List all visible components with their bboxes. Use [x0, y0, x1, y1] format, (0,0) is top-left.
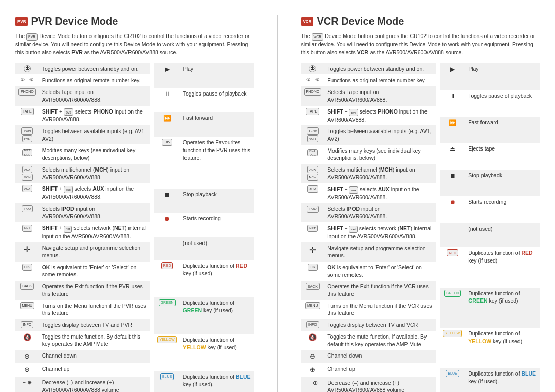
stop-icon: ⏹	[164, 191, 170, 198]
table-row: ⏺ Starts recording	[440, 196, 540, 223]
num-icon: ①…⑨	[21, 77, 33, 82]
tvw-icon: TV/W	[21, 127, 33, 135]
pvr-section-header: PVR PVR Device Mode	[15, 15, 254, 27]
vcr-section-header: VCR VCR Device Mode	[301, 15, 540, 27]
num-icon: ①…⑨	[306, 77, 319, 82]
power-icon: ⏻	[309, 65, 316, 72]
mute-icon: 🔇	[308, 333, 317, 341]
vcr-badge: VCR	[301, 17, 314, 26]
back-icon: BACK	[20, 283, 34, 290]
table-row: ①…⑨ Functions as original remote number …	[301, 74, 436, 86]
vol-icon: − ⊕	[23, 379, 32, 385]
table-row: ✛ Navigate setup and programme selection…	[15, 242, 150, 261]
table-row: ⏻ Toggles power between standby and on.	[15, 63, 150, 75]
table-row: ⊕ Channel up	[15, 363, 150, 377]
table-row: ⊕ Channel up	[301, 363, 436, 377]
table-row: IPOD Selects IPOD input on AVR500/AVR600…	[15, 203, 150, 222]
table-row: YELLOW Duplicates function of YELLOW key…	[154, 334, 254, 371]
table-row: ⏸ Toggles pause of playback	[440, 90, 540, 117]
red-icon: RED	[161, 262, 173, 269]
table-row: ⏏ Ejects tape	[440, 143, 540, 170]
table-row: OK OK is equivalent to 'Enter' or 'Selec…	[301, 262, 436, 281]
table-row: YELLOW Duplicates function of YELLOW key…	[440, 328, 540, 368]
table-row: − ⊕ Decrease (–) and increase (+) AVR500…	[15, 377, 150, 392]
table-row: ▶ Play	[440, 63, 540, 90]
pvr-left-table: ⏻ Toggles power between standby and on. …	[15, 63, 150, 392]
menu-icon: MENU	[20, 302, 35, 309]
table-row: MENU Turns on the Menu function if the P…	[15, 300, 150, 319]
info-icon: INFO	[306, 321, 319, 328]
pvr-column: PVR PVR Device Mode The PVR Device Mode …	[15, 15, 254, 392]
aux2-icon: AUX	[22, 185, 32, 192]
table-row: AUX SHIFT + aux selects AUX input on the…	[15, 183, 150, 203]
aux-icon: AUX	[22, 166, 32, 173]
mute-icon: 🔇	[23, 333, 31, 341]
vcr-column: VCR VCR Device Mode The VCR Device Mode …	[301, 15, 540, 392]
table-row: (not used)	[154, 237, 254, 260]
blue-icon: BLUE	[160, 373, 174, 380]
ff-icon: ⏩	[163, 115, 171, 122]
table-row: NETDEL Modifies many keys (see individua…	[15, 144, 150, 163]
ch-down-icon: ⊖	[310, 352, 316, 360]
table-row: BLUE Duplicates function of BLUE key (if…	[154, 371, 254, 392]
aux-icon: AUX	[307, 166, 318, 173]
ipod-icon: IPOD	[307, 206, 319, 213]
ff-icon: ⏩	[449, 119, 456, 126]
table-row: (not used)	[440, 223, 540, 247]
table-row: ⏩ Fast forward	[440, 117, 540, 143]
table-row: NETDEL Modifies many keys (see individua…	[301, 145, 436, 164]
table-row: ⏸ Toggles pause of playback	[154, 88, 254, 113]
ipod-icon: IPOD	[22, 205, 33, 212]
table-row: ⏩ Fast forward	[154, 112, 254, 137]
table-row: BLUE Duplicates function of BLUE key (if…	[440, 368, 540, 392]
dpad-icon: ✛	[309, 246, 316, 254]
play-icon: ▶	[165, 66, 170, 73]
pvr-icon: PVR	[22, 135, 32, 142]
pause-icon: ⏸	[164, 90, 170, 98]
table-row: ⊖ Channel down	[301, 350, 436, 363]
tvw-icon: TV/W	[307, 127, 319, 135]
vcr-left-table: ⏻ Toggles power between standby and on. …	[301, 63, 436, 392]
table-row: INFO Toggles display between TV and PVR	[15, 319, 150, 331]
vcr-title: VCR Device Mode	[317, 15, 404, 27]
red-icon: RED	[447, 249, 458, 256]
net-icon: NET	[307, 225, 318, 232]
vcr-right-table: ▶ Play ⏸ Toggles pause of playback ⏩ Fas…	[440, 63, 540, 392]
info-icon: INFO	[21, 321, 33, 328]
net-del-icon: NETDEL	[22, 149, 32, 156]
net-icon: NET	[22, 225, 32, 232]
pvr-right-table: ▶ Play ⏸ Toggles pause of playback ⏩ Fas…	[154, 63, 254, 392]
pvr-title: PVR Device Mode	[31, 15, 118, 27]
table-row: TAPE SHIFT + pvs selects PHONO input on …	[15, 106, 150, 126]
table-row: BACK Operates the Exit function if the P…	[15, 281, 150, 300]
table-row: AUX SHIFT + aux selects AUX input on the…	[301, 183, 436, 203]
table-row: GREEN Duplicates function of GREEN key (…	[154, 297, 254, 334]
table-row: ✛ Navigate setup and programme selection…	[301, 242, 436, 262]
play-icon: ▶	[450, 66, 455, 73]
table-row: NET SHIFT + net selects network (NET) in…	[15, 222, 150, 242]
ch-up-icon: ⊕	[24, 366, 30, 374]
menu-icon: MENU	[305, 302, 320, 309]
eject-icon: ⏏	[450, 145, 455, 153]
table-row: INFO Toggles display between TV and VCR	[301, 319, 436, 331]
mch-icon: MCH	[307, 174, 319, 181]
table-row: ⏺ Starts recording	[154, 213, 254, 237]
table-row: TV/WPVR Toggles between available inputs…	[15, 125, 150, 144]
table-row: 🔇 Toggles the mute function, if availabl…	[301, 331, 436, 350]
fav-icon: FAV	[162, 139, 173, 146]
net-del-icon: NETDEL	[307, 149, 318, 156]
stop-icon: ⏹	[450, 172, 456, 179]
ch-up-icon: ⊕	[310, 366, 316, 374]
table-row: − ⊕ Decrease (–) and increase (+) AVR500…	[301, 377, 436, 392]
tape-icon: TAPE	[21, 108, 34, 115]
record-icon: ⏺	[450, 199, 456, 206]
table-row: ⊖ Channel down	[15, 350, 150, 363]
aux2-icon: AUX	[307, 185, 318, 193]
table-row: ⏹ Stop playback	[154, 189, 254, 213]
green-icon: GREEN	[159, 299, 176, 306]
table-row: IPOD Selects IPOD input on AVR500/AVR600…	[301, 203, 436, 222]
table-row: AUXMCH Selects multichannel (MCH) input …	[15, 164, 150, 183]
table-row: GREEN Duplicates function of GREEN key (…	[440, 288, 540, 328]
table-row: ⏹ Stop playback	[440, 170, 540, 196]
phono-icon: PHONO	[304, 88, 322, 96]
